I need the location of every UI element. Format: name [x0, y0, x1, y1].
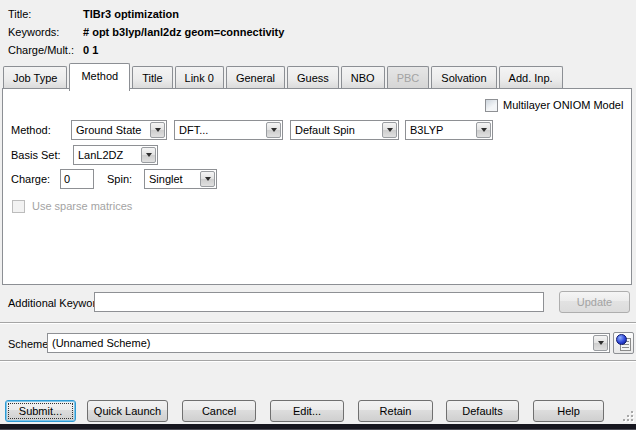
default-spin-dropdown[interactable]: Default Spin	[290, 120, 399, 140]
tab-general[interactable]: General	[226, 66, 285, 89]
cancel-button[interactable]: Cancel	[182, 400, 256, 422]
functional-dropdown[interactable]: B3LYP	[405, 120, 493, 140]
dropdown-value: Singlet	[145, 173, 199, 185]
dropdown-value: LanL2DZ	[74, 149, 140, 161]
dropdown-arrow-icon	[150, 122, 165, 138]
tab-title[interactable]: Title	[132, 66, 172, 89]
additional-keywords-input[interactable]	[94, 292, 544, 312]
gaussian-calculation-setup-window: Title: TlBr3 optimization Keywords: # op…	[0, 0, 636, 430]
help-button[interactable]: Help	[533, 400, 604, 422]
tab-solvation[interactable]: Solvation	[431, 66, 496, 89]
dropdown-value: (Unnamed Scheme)	[48, 337, 592, 349]
method-tab-panel: Multilayer ONIOM Model Method: Ground St…	[2, 88, 632, 285]
scheme-label: Scheme:	[8, 338, 51, 351]
multilayer-oniom-checkbox[interactable]	[485, 99, 498, 112]
charge-label: Charge:	[11, 173, 50, 186]
dropdown-arrow-icon	[382, 122, 397, 138]
tab-nbo[interactable]: NBO	[341, 66, 385, 89]
tab-guess[interactable]: Guess	[287, 66, 339, 89]
retain-button[interactable]: Retain	[358, 400, 433, 422]
use-sparse-matrices-label: Use sparse matrices	[32, 200, 132, 213]
quick-launch-button[interactable]: Quick Launch	[87, 400, 168, 422]
edit-button[interactable]: Edit...	[270, 400, 344, 422]
use-sparse-matrices-checkbox	[12, 200, 25, 213]
spin-dropdown[interactable]: Singlet	[144, 169, 217, 189]
tab-bar: Job Type Method Title Link 0 General Gue…	[3, 63, 565, 89]
scheme-manager-button[interactable]	[613, 332, 634, 354]
separator	[0, 360, 636, 362]
dropdown-value: B3LYP	[406, 124, 475, 136]
tab-job-type[interactable]: Job Type	[3, 66, 67, 89]
dropdown-arrow-icon	[141, 147, 156, 163]
window-bottom-edge	[0, 424, 636, 430]
dropdown-value: Ground State	[72, 124, 149, 136]
dropdown-value: DFT...	[175, 124, 265, 136]
separator	[0, 322, 636, 324]
dropdown-arrow-icon	[476, 122, 491, 138]
charge-input[interactable]	[60, 169, 94, 189]
defaults-button[interactable]: Defaults	[446, 400, 519, 422]
charge-mult-label: Charge/Mult.:	[8, 44, 74, 57]
globe-icon	[616, 334, 627, 345]
dropdown-value: Default Spin	[291, 124, 381, 136]
update-button: Update	[559, 291, 630, 313]
basis-set-label: Basis Set:	[11, 149, 61, 162]
dropdown-arrow-icon	[200, 171, 215, 187]
charge-mult-value: 0 1	[83, 44, 98, 56]
tab-add-inp[interactable]: Add. Inp.	[499, 66, 563, 89]
title-label: Title:	[8, 8, 31, 21]
multilayer-oniom-label: Multilayer ONIOM Model	[503, 99, 623, 112]
keywords-label: Keywords:	[8, 26, 59, 39]
dropdown-arrow-icon	[266, 122, 281, 138]
tab-method[interactable]: Method	[69, 63, 130, 91]
submit-button[interactable]: Submit...	[5, 400, 76, 422]
method-type-dropdown[interactable]: DFT...	[174, 120, 283, 140]
tab-link0[interactable]: Link 0	[175, 66, 224, 89]
keywords-value: # opt b3lyp/lanl2dz geom=connectivity	[83, 26, 284, 38]
scheme-dropdown[interactable]: (Unnamed Scheme)	[47, 333, 610, 353]
title-value: TlBr3 optimization	[83, 8, 179, 20]
basis-set-dropdown[interactable]: LanL2DZ	[73, 145, 158, 165]
resize-grip-icon[interactable]	[621, 409, 633, 421]
method-state-dropdown[interactable]: Ground State	[71, 120, 167, 140]
spin-label: Spin:	[107, 173, 132, 186]
dropdown-arrow-icon	[593, 335, 608, 351]
method-label: Method:	[11, 124, 51, 137]
tab-pbc: PBC	[387, 66, 430, 89]
